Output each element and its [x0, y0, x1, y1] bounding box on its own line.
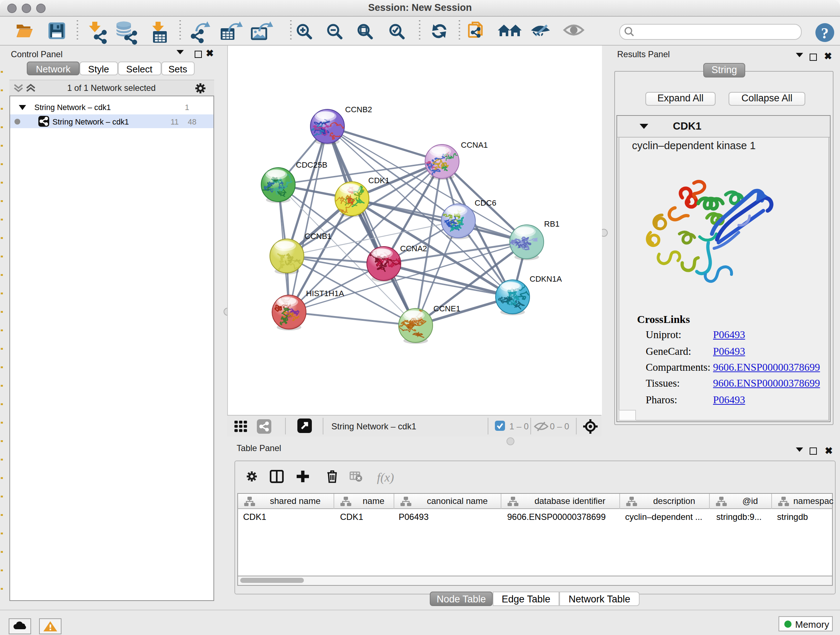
svg-text:CDC6: CDC6 — [475, 198, 496, 207]
svg-text:CCNB1: CCNB1 — [305, 232, 332, 241]
svg-text:CDKN1A: CDKN1A — [530, 274, 562, 283]
svg-text:CDK1: CDK1 — [368, 176, 390, 185]
svg-text:CCNB2: CCNB2 — [345, 105, 372, 114]
svg-text:CDC25B: CDC25B — [296, 160, 327, 169]
svg-text:RB1: RB1 — [544, 219, 560, 228]
svg-text:CCNA1: CCNA1 — [461, 141, 488, 149]
svg-text:1 of 1 Network selected: 1 of 1 Network selected — [67, 83, 155, 92]
svg-text:CCNA2: CCNA2 — [400, 244, 427, 253]
svg-text:HIST1H1A: HIST1H1A — [306, 289, 344, 298]
svg-text:CCNE1: CCNE1 — [433, 304, 461, 313]
svg-text:f(x): f(x) — [377, 470, 393, 484]
svg-text:?: ? — [821, 25, 829, 41]
